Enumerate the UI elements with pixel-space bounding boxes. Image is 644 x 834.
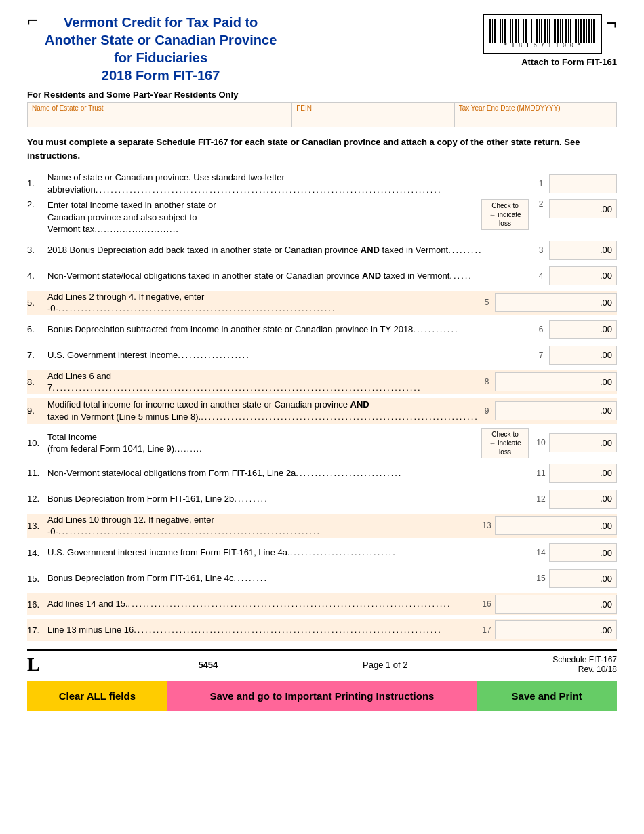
clear-all-button[interactable]: Clear ALL fields [27,681,167,711]
line-box-8: 8 [479,377,495,386]
line-num-11: 11. [27,468,47,478]
input-field-8 [495,372,617,391]
corner-bracket-tl: ⌐ [27,11,38,30]
svg-rect-39 [591,19,592,43]
corner-bracket-bl: L [27,655,40,674]
svg-rect-27 [560,19,561,43]
input-2[interactable] [550,204,612,214]
form-line-1: 1. Name of state or Canadian province. U… [27,172,617,195]
footer-schedule: Schedule FIT-167 Rev. 10/18 [552,655,617,674]
tax-year-input[interactable] [459,112,612,125]
header-section: ⌐ Vermont Credit for Tax Paid to Another… [27,14,617,84]
line-box-17: 17 [479,625,495,635]
line-num-6: 6. [27,324,47,334]
line-num-15: 15. [27,574,47,584]
save-instructions-button[interactable]: Save and go to Important Printing Instru… [167,681,477,711]
svg-rect-33 [575,19,577,43]
form-line-13: 13. Add Lines 10 through 12. If negative… [27,514,617,538]
form-line-14: 14. U.S. Government interest income from… [27,542,617,563]
line-desc-10: Total income(from federal Form 1041, Lin… [47,431,481,455]
line-desc-8: Add Lines 6 and 7.......................… [47,370,479,394]
svg-text:* 1 8 1 6 7 1 1 0 0 *: * 1 8 1 6 7 1 1 0 0 * [504,42,581,48]
input-9[interactable] [496,405,612,416]
line-desc-12: Bonus Depreciation from Form FIT-161, Li… [47,493,533,505]
input-4[interactable] [550,271,612,281]
line-desc-2: Enter total income taxed in another stat… [47,199,481,235]
tax-year-label: Tax Year End Date (MMDDYYYY) [459,104,612,112]
fein-input[interactable] [296,112,449,125]
line-num-4: 4. [27,271,47,281]
input-field-11 [549,464,617,483]
check-indicator-2[interactable]: Check to← indicateloss [481,199,529,230]
input-field-2 [549,199,617,218]
line-box-11: 11 [533,469,549,478]
corner-bracket-tr: ¬ [606,14,617,33]
input-12[interactable] [550,494,612,504]
line-num-9: 9. [27,405,47,416]
line-desc-1: Name of state or Canadian province. Use … [47,172,533,195]
line-box-4: 4 [533,271,549,281]
line-num-13: 13. [27,521,47,531]
line-num-17: 17. [27,625,47,635]
name-cell: Name of Estate or Trust [28,103,292,127]
input-field-15 [549,569,617,588]
input-field-5 [495,293,617,312]
form-line-5: 5. Add Lines 2 through 4. If negative, e… [27,291,617,315]
input-1[interactable] [550,178,612,188]
svg-rect-5 [502,19,503,43]
input-field-14 [549,543,617,562]
name-input[interactable] [32,112,287,125]
line-num-10: 10. [27,438,47,448]
input-13[interactable] [496,521,612,531]
svg-rect-37 [586,19,587,43]
svg-rect-7 [508,19,508,43]
form-line-6: 6. Bonus Depreciation subtracted from in… [27,319,617,340]
line-box-16: 16 [479,599,495,609]
input-15[interactable] [550,574,612,584]
tax-year-cell: Tax Year End Date (MMDDYYYY) [455,103,616,127]
input-3[interactable] [550,245,612,255]
footer-page: Page 1 of 2 [363,660,408,670]
svg-rect-34 [578,19,579,43]
svg-rect-12 [521,19,521,43]
form-line-4: 4. Non-Vermont state/local obligations t… [27,265,617,287]
check-indicator-10[interactable]: Check to← indicateloss [481,428,529,458]
input-field-6 [549,320,617,339]
input-field-3 [549,241,617,260]
header-right: * 1 8 1 6 7 1 1 0 0 * ¬ Attach to Form F… [483,14,617,67]
button-row: Clear ALL fields Save and go to Importan… [27,681,617,711]
line-desc-2-container: Enter total income taxed in another stat… [47,199,481,235]
line-desc-17: Line 13 minus Line 16...................… [47,624,479,636]
svg-rect-4 [500,19,501,43]
header-fields: Name of Estate or Trust FEIN Tax Year En… [27,102,617,127]
line-desc-15: Bonus Depreciation from Form FIT-161, Li… [47,572,533,584]
svg-rect-24 [552,19,552,43]
input-5[interactable] [496,298,612,308]
input-17[interactable] [496,625,612,635]
line-num-3: 3. [27,245,47,255]
line-desc-11: Non-Vermont state/local obligations from… [47,467,533,479]
line-num-5: 5. [27,298,47,308]
svg-rect-14 [525,19,527,43]
line-box-5: 5 [479,298,495,307]
input-16[interactable] [496,599,612,610]
line-num-7: 7. [27,350,47,360]
form-line-8: 8. Add Lines 6 and 7....................… [27,370,617,394]
svg-rect-10 [515,19,517,43]
svg-rect-13 [523,19,524,43]
line-box-10: 10 [533,438,549,448]
line-desc-7: U.S. Government interest income.........… [47,349,533,361]
svg-rect-26 [557,19,559,43]
name-label: Name of Estate or Trust [32,104,287,112]
input-8[interactable] [496,377,612,387]
svg-rect-22 [547,19,548,43]
input-6[interactable] [550,324,612,334]
instruction-text: You must complete a separate Schedule FI… [27,136,617,162]
input-10[interactable] [550,438,612,448]
input-7[interactable] [550,350,612,360]
save-print-button[interactable]: Save and Print [477,681,617,711]
input-14[interactable] [550,548,612,558]
barcode-image: * 1 8 1 6 7 1 1 0 0 * [488,18,597,48]
svg-rect-11 [518,19,519,43]
input-11[interactable] [550,468,612,478]
